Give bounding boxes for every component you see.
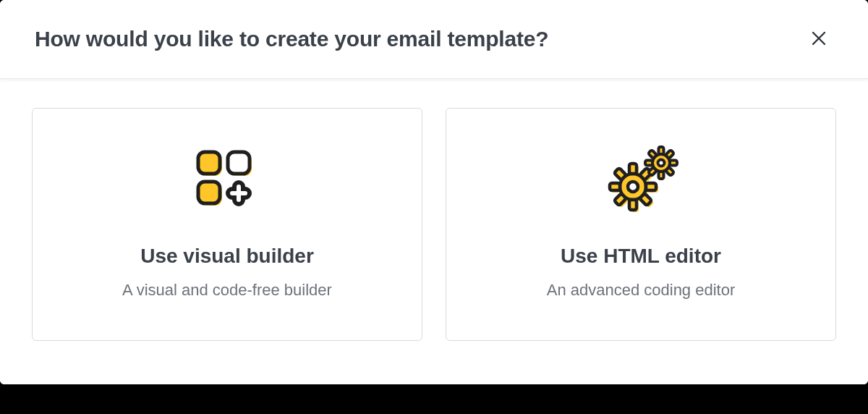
svg-rect-18: [629, 164, 637, 174]
svg-rect-30: [645, 161, 652, 166]
option-description: A visual and code-free builder: [122, 281, 332, 300]
close-icon: [810, 30, 827, 49]
svg-rect-29: [659, 172, 664, 179]
svg-rect-21: [646, 183, 656, 190]
svg-rect-32: [665, 150, 674, 159]
close-button[interactable]: [804, 25, 833, 54]
option-title: Use visual builder: [140, 245, 314, 268]
svg-rect-34: [648, 150, 657, 159]
option-visual-builder[interactable]: Use visual builder A visual and code-fre…: [32, 108, 422, 341]
option-description: An advanced coding editor: [547, 281, 736, 300]
svg-rect-7: [198, 182, 220, 203]
svg-rect-35: [665, 167, 674, 176]
svg-rect-24: [614, 168, 626, 180]
svg-rect-5: [228, 152, 250, 174]
svg-rect-19: [629, 200, 637, 210]
option-title: Use HTML editor: [561, 245, 721, 268]
visual-builder-icon: [184, 138, 271, 224]
svg-rect-20: [610, 183, 620, 190]
modal-header: How would you like to create your email …: [0, 0, 868, 79]
modal-body: Use visual builder A visual and code-fre…: [0, 79, 868, 384]
svg-rect-28: [659, 147, 664, 154]
svg-point-36: [658, 160, 665, 166]
option-html-editor[interactable]: Use HTML editor An advanced coding edito…: [446, 108, 836, 341]
svg-rect-25: [639, 193, 652, 206]
html-editor-icon: [597, 138, 684, 224]
svg-rect-31: [670, 161, 677, 166]
create-template-modal: How would you like to create your email …: [0, 0, 868, 384]
svg-rect-3: [198, 152, 220, 174]
modal-title: How would you like to create your email …: [35, 27, 548, 51]
svg-point-26: [628, 182, 638, 192]
